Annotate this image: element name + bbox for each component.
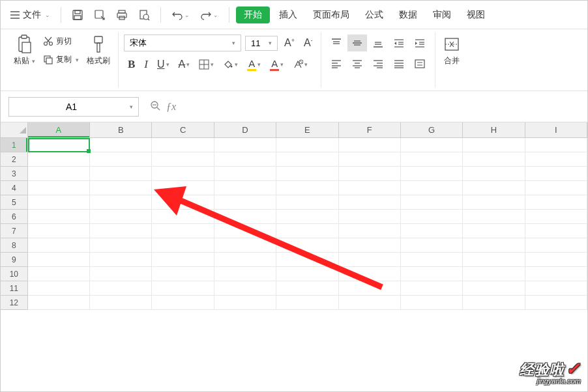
cell-F7[interactable] [339,224,401,238]
print-preview-button[interactable] [134,7,154,23]
cell-F5[interactable] [339,195,401,210]
cell-H12[interactable] [463,296,525,310]
col-header-D[interactable]: D [214,122,276,138]
cell-H6[interactable] [463,210,525,224]
cell-I1[interactable] [525,138,587,152]
cell-F1[interactable] [339,138,401,152]
cell-D10[interactable] [214,267,276,281]
cell-C12[interactable] [152,296,214,310]
cell-A2[interactable] [28,152,90,167]
save-button[interactable] [68,7,87,23]
row-header-6[interactable]: 6 [1,210,28,224]
strikethrough-button[interactable]: A▾ [175,56,194,73]
cell-D5[interactable] [214,195,276,210]
cell-F8[interactable] [339,238,401,253]
clear-format-button[interactable]: ▾ [289,57,312,72]
cell-H2[interactable] [463,152,525,167]
cell-H9[interactable] [463,253,525,267]
cell-G3[interactable] [401,167,463,181]
row-header-3[interactable]: 3 [1,167,28,181]
cell-F12[interactable] [339,296,401,310]
cell-I6[interactable] [525,210,587,224]
cell-I8[interactable] [525,238,587,253]
cell-G12[interactable] [401,296,463,310]
italic-button[interactable]: I [140,55,152,74]
cell-A12[interactable] [28,296,90,310]
col-header-C[interactable]: C [152,122,214,138]
halign-justify-button[interactable] [389,55,409,72]
halign-left-button[interactable] [327,55,346,72]
cell-F11[interactable] [339,281,401,296]
row-header-7[interactable]: 7 [1,224,28,238]
col-header-A[interactable]: A [28,122,90,138]
fx-icon[interactable]: ƒx [166,101,176,113]
cell-B2[interactable] [90,152,152,167]
halign-center-button[interactable] [347,55,367,72]
cell-I4[interactable] [525,181,587,195]
increase-font-button[interactable]: A+ [282,36,297,50]
valign-bottom-button[interactable] [368,35,388,51]
cell-C6[interactable] [152,210,214,224]
tab-review[interactable]: 审阅 [426,7,458,23]
cell-D12[interactable] [214,296,276,310]
cell-H5[interactable] [463,195,525,210]
cell-I10[interactable] [525,267,587,281]
cell-G11[interactable] [401,281,463,296]
undo-button[interactable]: ⌄ [168,7,194,23]
tab-formulas[interactable]: 公式 [359,7,390,23]
cell-I9[interactable] [525,253,587,267]
cell-A5[interactable] [28,195,90,210]
cell-E11[interactable] [276,281,338,296]
cell-E5[interactable] [276,195,338,210]
row-header-10[interactable]: 10 [1,267,28,281]
cell-G5[interactable] [401,195,463,210]
cell-G1[interactable] [401,138,463,152]
cell-C9[interactable] [152,253,214,267]
cell-H4[interactable] [463,181,525,195]
cell-I2[interactable] [525,152,587,167]
cell-C8[interactable] [152,238,214,253]
cell-E7[interactable] [276,224,338,238]
cell-A3[interactable] [28,167,90,181]
cell-I3[interactable] [525,167,587,181]
tab-insert[interactable]: 插入 [272,7,304,23]
copy-button[interactable]: 复制▾ [40,53,81,66]
cell-E6[interactable] [276,210,338,224]
cell-E10[interactable] [276,267,338,281]
cell-C1[interactable] [152,138,214,152]
font-color-button[interactable]: A ▾ [266,55,287,74]
halign-right-button[interactable] [368,55,388,72]
cell-A1[interactable] [28,138,90,152]
wrap-text-button[interactable] [410,55,430,72]
font-size-select[interactable]: 11 ▾ [245,36,278,51]
cell-H10[interactable] [463,267,525,281]
cell-I7[interactable] [525,224,587,238]
cell-F10[interactable] [339,267,401,281]
row-header-2[interactable]: 2 [1,152,28,167]
row-header-11[interactable]: 11 [1,281,28,296]
tab-view[interactable]: 视图 [460,7,492,23]
valign-middle-button[interactable] [347,35,367,51]
cell-G10[interactable] [401,267,463,281]
cell-G4[interactable] [401,181,463,195]
cell-H8[interactable] [463,238,525,253]
cell-I12[interactable] [525,296,587,310]
fill-color-button[interactable]: ▾ [219,57,242,72]
save-as-button[interactable] [90,7,110,23]
cell-B5[interactable] [90,195,152,210]
cell-D1[interactable] [214,138,276,152]
col-header-E[interactable]: E [276,122,338,138]
cell-C11[interactable] [152,281,214,296]
cell-A4[interactable] [28,181,90,195]
increase-indent-button[interactable] [410,35,430,51]
cell-A7[interactable] [28,224,90,238]
cell-G8[interactable] [401,238,463,253]
cell-D8[interactable] [214,238,276,253]
highlight-button[interactable]: A ▾ [243,55,265,74]
name-box[interactable]: A1 ▾ [8,97,139,117]
cell-G7[interactable] [401,224,463,238]
cell-A8[interactable] [28,238,90,253]
cell-D11[interactable] [214,281,276,296]
row-header-9[interactable]: 9 [1,253,28,267]
bold-button[interactable]: B [124,55,139,74]
